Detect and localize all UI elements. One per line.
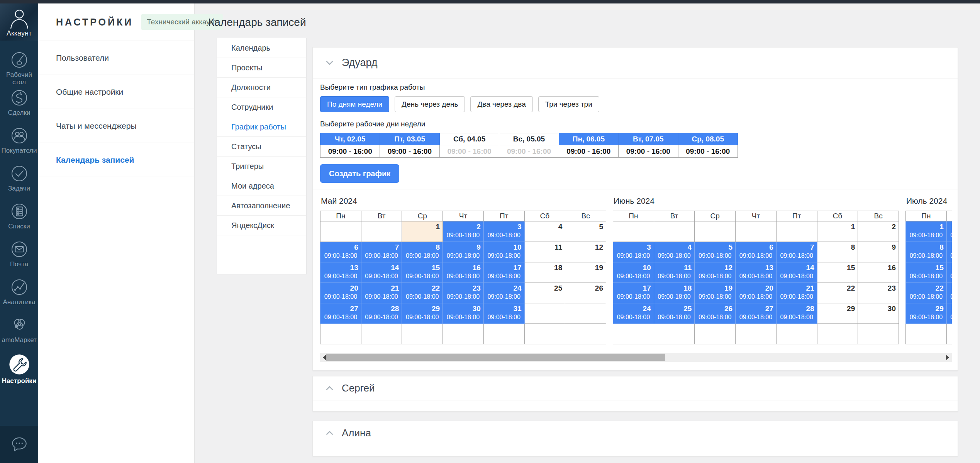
calendar-day[interactable]: 1309:00-18:00 xyxy=(736,262,777,283)
calendar-day[interactable]: 709:00-18:00 xyxy=(361,242,402,262)
account-tile[interactable]: Аккаунт xyxy=(0,3,38,41)
schedule-type-button[interactable]: Два через два xyxy=(470,96,532,112)
weekday-time-cell[interactable]: 09:00 - 16:00 xyxy=(678,145,738,158)
calendar-day[interactable]: 9 xyxy=(858,242,899,262)
calendar-day[interactable]: 2309:00-18:00 xyxy=(443,283,484,303)
calendar-day[interactable]: 1709:00-18:00 xyxy=(483,262,524,283)
calendar-day[interactable]: 2109:00-18:00 xyxy=(361,283,402,303)
horizontal-scrollbar[interactable] xyxy=(320,353,952,362)
calendar-day[interactable]: 1609:00-18:00 xyxy=(946,262,952,283)
calendar-day[interactable]: 2109:00-18:00 xyxy=(776,283,817,303)
rail-item-lists[interactable]: Списки xyxy=(0,200,38,238)
scroll-left-arrow-icon[interactable] xyxy=(323,355,326,360)
calendar-day[interactable]: 1509:00-18:00 xyxy=(402,262,443,283)
calendar-day[interactable]: 2709:00-18:00 xyxy=(320,303,361,324)
calendar-day[interactable] xyxy=(654,324,695,344)
rail-item-tasks[interactable]: Задачи xyxy=(0,162,38,200)
calendar-day[interactable]: 209:00-18:00 xyxy=(443,221,484,242)
weekday-cell[interactable]: Пт, 03.05 xyxy=(380,133,439,145)
section-menu-item[interactable]: Мои адреса xyxy=(217,176,306,196)
section-menu-item[interactable]: Календарь xyxy=(217,38,306,58)
rail-item-desktop[interactable]: Рабочий стол xyxy=(0,48,38,86)
calendar-day[interactable]: 12 xyxy=(565,242,606,262)
calendar-day[interactable]: 2409:00-18:00 xyxy=(613,303,654,324)
weekday-time-cell[interactable]: 09:00 - 16:00 xyxy=(320,145,380,158)
calendar-day[interactable]: 2009:00-18:00 xyxy=(736,283,777,303)
calendar-day[interactable]: 2 xyxy=(858,221,899,242)
calendar-day[interactable]: 2909:00-18:00 xyxy=(906,303,947,324)
calendar-day[interactable] xyxy=(613,221,654,242)
section-menu-item[interactable]: График работы xyxy=(217,117,306,137)
create-schedule-button[interactable]: Создать график xyxy=(320,164,399,183)
calendar-day[interactable]: 809:00-18:00 xyxy=(402,242,443,262)
calendar-day[interactable] xyxy=(654,221,695,242)
scroll-right-arrow-icon[interactable] xyxy=(946,355,949,360)
calendar-day[interactable]: 4 xyxy=(524,221,565,242)
calendar-day[interactable]: 3009:00-18:00 xyxy=(946,303,952,324)
calendar-day[interactable]: 1709:00-18:00 xyxy=(613,283,654,303)
rail-item-deals[interactable]: Сделки xyxy=(0,86,38,124)
weekday-cell[interactable]: Сб, 04.05 xyxy=(439,133,499,145)
calendar-day[interactable] xyxy=(906,324,947,344)
calendar-day[interactable]: 11 xyxy=(524,242,565,262)
employee-section-header[interactable]: Эдуард xyxy=(313,48,958,78)
calendar-day[interactable] xyxy=(565,324,606,344)
calendar-day[interactable]: 16 xyxy=(858,262,899,283)
calendar-day[interactable]: 2609:00-18:00 xyxy=(695,303,736,324)
employee-section-header[interactable]: Сергей xyxy=(313,376,958,400)
calendar-day[interactable]: 609:00-18:00 xyxy=(320,242,361,262)
calendar-day[interactable]: 309:00-18:00 xyxy=(483,221,524,242)
settings-menu-item[interactable]: Календарь записей xyxy=(38,143,194,177)
calendar-day[interactable]: 18 xyxy=(524,262,565,283)
calendar-day[interactable]: 2409:00-18:00 xyxy=(483,283,524,303)
calendar-day[interactable]: 709:00-18:00 xyxy=(776,242,817,262)
calendar-day[interactable]: 2509:00-18:00 xyxy=(654,303,695,324)
rail-item-settings[interactable]: Настройки xyxy=(0,351,38,389)
calendar-day[interactable]: 23 xyxy=(858,283,899,303)
calendar-day[interactable]: 3109:00-18:00 xyxy=(483,303,524,324)
section-menu-item[interactable]: ЯндексДиск xyxy=(217,216,306,235)
calendar-day[interactable]: 309:00-18:00 xyxy=(613,242,654,262)
rail-item-analytics[interactable]: Аналитика xyxy=(0,276,38,313)
weekday-time-cell[interactable]: 09:00 - 16:00 xyxy=(559,145,618,158)
calendar-day[interactable]: 1109:00-18:00 xyxy=(654,262,695,283)
weekday-cell[interactable]: Чт, 02.05 xyxy=(320,133,380,145)
weekday-time-cell[interactable]: 09:00 - 16:00 xyxy=(380,145,439,158)
rail-item-buyers[interactable]: Покупатели xyxy=(0,124,38,162)
settings-menu-item[interactable]: Пользователи xyxy=(38,41,194,75)
calendar-day[interactable] xyxy=(946,324,952,344)
calendar-day[interactable] xyxy=(736,221,777,242)
calendar-day[interactable]: 509:00-18:00 xyxy=(695,242,736,262)
weekday-time-cell[interactable]: 09:00 - 16:00 xyxy=(499,145,559,158)
calendar-day[interactable] xyxy=(361,324,402,344)
calendar-day[interactable] xyxy=(483,324,524,344)
calendar-day[interactable] xyxy=(695,221,736,242)
weekday-time-cell[interactable]: 09:00 - 16:00 xyxy=(439,145,499,158)
calendar-day[interactable]: 909:00-18:00 xyxy=(443,242,484,262)
employee-section-header[interactable]: Алина xyxy=(313,421,958,445)
calendar-day[interactable]: 1009:00-18:00 xyxy=(613,262,654,283)
weekday-cell[interactable]: Ср, 08.05 xyxy=(678,133,738,145)
calendar-day[interactable]: 3009:00-18:00 xyxy=(443,303,484,324)
calendar-day[interactable]: 2209:00-18:00 xyxy=(906,283,947,303)
calendar-day[interactable] xyxy=(817,324,858,344)
calendar-day[interactable]: 209:00-18:00 xyxy=(946,221,952,242)
calendar-day[interactable]: 30 xyxy=(858,303,899,324)
calendar-day[interactable]: 15 xyxy=(817,262,858,283)
calendar-day[interactable]: 109:00-18:00 xyxy=(906,221,947,242)
calendar-day[interactable]: 1809:00-18:00 xyxy=(654,283,695,303)
section-menu-item[interactable]: Триггеры xyxy=(217,157,306,176)
calendar-day[interactable]: 2809:00-18:00 xyxy=(776,303,817,324)
calendar-day[interactable] xyxy=(565,303,606,324)
calendar-day[interactable] xyxy=(402,324,443,344)
calendar-day[interactable]: 1409:00-18:00 xyxy=(776,262,817,283)
calendar-day[interactable]: 1309:00-18:00 xyxy=(320,262,361,283)
calendar-day[interactable] xyxy=(320,221,361,242)
weekday-cell[interactable]: Вт, 07.05 xyxy=(619,133,678,145)
calendar-day[interactable] xyxy=(524,324,565,344)
calendar-day[interactable]: 1 xyxy=(817,221,858,242)
calendar-day[interactable] xyxy=(613,324,654,344)
calendar-day[interactable]: 1609:00-18:00 xyxy=(443,262,484,283)
calendar-day[interactable] xyxy=(776,221,817,242)
settings-menu-item[interactable]: Чаты и мессенджеры xyxy=(38,109,194,143)
